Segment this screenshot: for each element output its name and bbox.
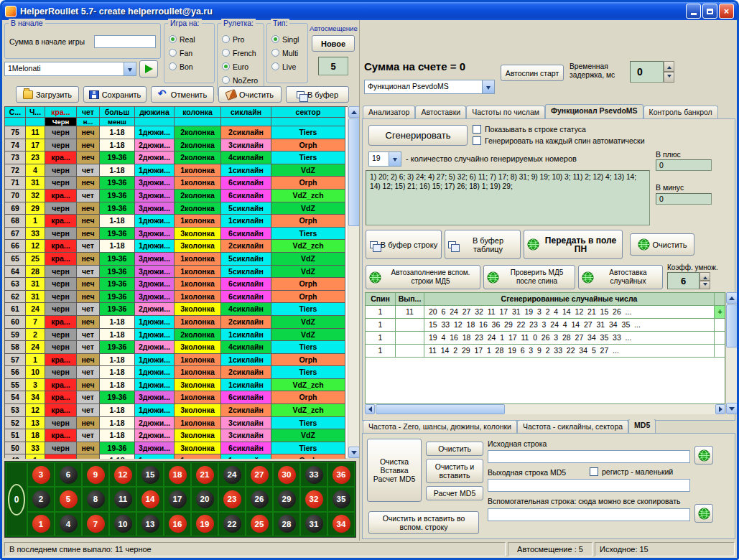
board-cell-3[interactable]: 3 (27, 462, 55, 487)
history-header-cell[interactable]: колонка (175, 107, 221, 118)
board-cell-23[interactable]: 23 (218, 487, 246, 511)
generated-table-body[interactable]: 11120 6 24 27 32 11 17 31 19 3 2 4 14 12… (366, 306, 725, 358)
close-button[interactable]: × (719, 4, 734, 19)
count-combo[interactable]: 19 (368, 151, 401, 167)
history-table-body[interactable]: 7511черннеч1-181дюжи...2колонка2сиклайнT… (5, 126, 356, 459)
history-subheader-cell[interactable]: Черн (45, 118, 77, 126)
history-subheader-cell[interactable] (5, 118, 26, 126)
board-cell-36[interactable]: 36 (327, 462, 355, 487)
toolbar-undo-arrow-button[interactable]: Отменить (151, 86, 214, 103)
md5-aux-globe-button[interactable] (694, 504, 713, 523)
radio-circle[interactable] (222, 76, 230, 84)
board-cell-27[interactable]: 27 (246, 462, 273, 487)
board-cell-22[interactable]: 22 (218, 512, 246, 536)
board-cell-33[interactable]: 33 (300, 462, 327, 487)
radio-option-french[interactable]: French (222, 47, 264, 58)
scroll-thumb[interactable] (376, 404, 505, 414)
history-row[interactable]: 6124чернчет19-362дюжи...3колонка4сиклайн… (5, 303, 356, 316)
radio-option-multi[interactable]: Multi (271, 47, 307, 58)
history-row[interactable]: 5824чернчет19-362дюжи...3колонка4сиклайн… (5, 341, 356, 354)
board-cell-32[interactable]: 32 (300, 487, 327, 511)
history-row[interactable]: 6612кра...чет1-181дюжи...3колонка2сиклай… (5, 240, 356, 253)
spin-down-button[interactable] (664, 72, 674, 83)
board-cell-9[interactable]: 9 (82, 462, 109, 487)
generate-button[interactable]: Сгенерировать (368, 125, 468, 146)
history-header-cell[interactable]: кра... (45, 107, 77, 118)
history-row[interactable]: 5312кра...чет1-181дюжи...3колонка2сиклай… (5, 404, 356, 417)
tab-1[interactable]: Анализатор (363, 106, 415, 118)
board-cell-17[interactable]: 17 (164, 487, 191, 511)
gen-row[interactable]: 111 14 2 29 17 1 28 19 6 3 9 2 33 22 34 … (366, 345, 725, 358)
tab-2[interactable]: Автоставки (415, 106, 466, 118)
radio-option-singl[interactable]: Singl (271, 34, 307, 45)
history-row[interactable]: 5118кра...чет1-182дюжи...3колонка3сиклай… (5, 429, 356, 442)
board-cell-1[interactable]: 1 (27, 512, 55, 536)
generated-table-hscrollbar[interactable] (365, 404, 725, 414)
scroll-up-arrow[interactable] (726, 292, 738, 304)
md5-calc-button[interactable]: Расчет MD5 (426, 486, 483, 500)
autobet-button[interactable]: Автоставка случайных (578, 265, 663, 289)
radio-option-bon[interactable]: Bon (169, 61, 214, 72)
scroll-thumb[interactable] (726, 304, 738, 347)
scroll-up-arrow[interactable] (348, 106, 360, 118)
history-row[interactable]: 5434кра...чет19-363дюжи...1колонка6сикла… (5, 391, 356, 404)
board-cell-34[interactable]: 34 (327, 512, 355, 536)
md5-clear-paste-aux-button[interactable]: Очистить и вставить во вспом. строку (368, 511, 479, 534)
history-header-cell[interactable]: чет (77, 107, 100, 118)
radio-option-euro[interactable]: Euro (222, 61, 264, 72)
radio-circle[interactable] (222, 62, 230, 70)
board-cell-2[interactable]: 2 (27, 487, 55, 511)
history-row[interactable]: 7417черннеч1-182дюжи...2колонка3сиклайнO… (5, 139, 356, 152)
radio-circle[interactable] (169, 62, 177, 70)
md5-output-input[interactable] (488, 479, 690, 492)
board-cell-8[interactable]: 8 (82, 487, 109, 511)
board-cell-20[interactable]: 20 (191, 487, 218, 511)
board-cell-15[interactable]: 15 (136, 462, 164, 487)
radio-circle[interactable] (222, 35, 230, 43)
spin-up-button[interactable] (700, 272, 710, 281)
history-row[interactable]: 571кра...неч1-181дюжи...1колонка1сиклайн… (5, 354, 356, 367)
board-cell-21[interactable]: 21 (191, 462, 218, 487)
board-cell-13[interactable]: 13 (136, 512, 164, 536)
board-cell-35[interactable]: 35 (327, 487, 355, 511)
scroll-down-arrow[interactable] (348, 447, 360, 458)
md5-aux-input[interactable] (488, 508, 690, 521)
md5-clear-paste-button[interactable]: Очистить и вставить (426, 459, 483, 483)
history-subheader-cell[interactable] (221, 118, 271, 126)
board-cell-19[interactable]: 19 (191, 512, 218, 536)
freq-tab-3[interactable]: MD5 (628, 419, 656, 433)
board-cell-14[interactable]: 14 (136, 487, 164, 511)
radio-option-pro[interactable]: Pro (222, 34, 264, 45)
md5-clear-button[interactable]: Очистить (426, 442, 483, 456)
checkbox-lowercase[interactable]: регистр - маленький (590, 467, 673, 476)
radio-circle[interactable] (271, 62, 279, 70)
scroll-left-arrow[interactable] (365, 404, 375, 414)
checkbox-autogenerate[interactable]: Генерировать на каждый спин автоматическ… (473, 136, 645, 145)
autospin-start-button[interactable]: Автоспин старт (501, 65, 564, 81)
generated-numbers-text[interactable]: 1) 20; 2) 6; 3) 24; 4) 27; 5) 32; 6) 11;… (366, 170, 650, 225)
gen-row[interactable]: 11120 6 24 27 32 11 17 31 19 3 2 4 14 12… (366, 306, 725, 319)
radio-circle[interactable] (169, 35, 177, 43)
history-row[interactable]: 724чернчет1-181дюжи...1колонка1сиклайнVd… (5, 164, 356, 177)
history-row[interactable]: 5033черннеч19-363дюжи...3колонка6сиклайн… (5, 442, 356, 455)
history-row[interactable]: 7323кра...неч19-362дюжи...2колонка4сикла… (5, 151, 356, 164)
board-cell-26[interactable]: 26 (246, 487, 273, 511)
freq-tab-1[interactable]: Частота - Zero, шансы, дюжины, колонки (363, 420, 517, 433)
coefficient-value[interactable]: 6 (667, 272, 700, 289)
radio-circle[interactable] (169, 49, 177, 57)
history-header-cell[interactable]: Ч... (26, 107, 45, 118)
scroll-right-arrow[interactable] (715, 404, 725, 414)
history-row[interactable]: 607кра...неч1-181дюжи...1колонка2сиклайн… (5, 316, 356, 329)
clear-generated-button[interactable]: Очистить (630, 233, 694, 256)
history-header-cell[interactable]: сектор (271, 107, 345, 118)
board-cell-7[interactable]: 7 (82, 512, 109, 536)
minus-value[interactable]: 0 (656, 193, 712, 205)
start-sum-input[interactable] (94, 35, 156, 48)
radio-option-live[interactable]: Live (271, 61, 307, 72)
history-row[interactable]: 7511черннеч1-181дюжи...2колонка2сиклайнT… (5, 126, 356, 139)
checkbox-box[interactable] (473, 125, 481, 134)
maximize-button[interactable] (702, 4, 717, 19)
history-row[interactable]: 5213черннеч1-182дюжи...1колонка3сиклайнT… (5, 417, 356, 430)
history-row[interactable]: 6733черннеч19-363дюжи...3колонка6сиклайн… (5, 228, 356, 241)
plus-value[interactable]: 0 (656, 159, 712, 171)
